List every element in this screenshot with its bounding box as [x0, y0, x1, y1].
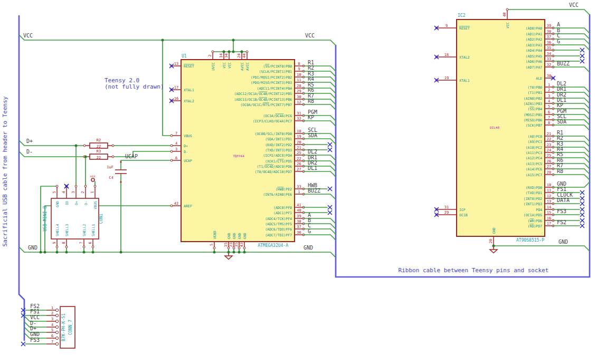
net-label[interactable]: GND: [30, 331, 40, 337]
usb-connector-value[interactable]: USB-MINI-B: [43, 206, 48, 231]
pin-name: RESET: [459, 26, 470, 31]
net-label[interactable]: R8: [557, 168, 563, 174]
note-text[interactable]: (not fully drawn): [105, 83, 164, 90]
net-label[interactable]: D+: [30, 325, 36, 331]
net-label[interactable]: BUZZ: [557, 61, 570, 66]
net-label[interactable]: SDA: [308, 132, 317, 138]
resistor-reference[interactable]: R3: [97, 149, 101, 154]
note-text[interactable]: Ribbon cable between Teensy pins and soc…: [399, 267, 549, 274]
net-label[interactable]: C: [557, 33, 560, 39]
net-label[interactable]: FS3: [30, 337, 40, 343]
net-label[interactable]: VCC: [23, 33, 33, 39]
pin-number: 38: [547, 30, 551, 34]
pin-end: [170, 205, 173, 207]
net-label[interactable]: FS2: [557, 219, 566, 225]
net-label[interactable]: D-: [26, 149, 33, 155]
net-label[interactable]: D+: [26, 138, 33, 144]
net-label[interactable]: VCC: [305, 33, 315, 39]
net-wire[interactable]: [553, 175, 590, 180]
ic-u1-reference[interactable]: U1: [182, 54, 187, 59]
pin-end: [83, 246, 85, 248]
net-label[interactable]: DL1: [308, 165, 317, 171]
net-label[interactable]: KP: [308, 114, 314, 120]
net-label[interactable]: VCC: [30, 314, 40, 320]
net-wire[interactable]: [304, 121, 336, 126]
pin-number: 15: [224, 243, 228, 247]
net-label[interactable]: R4: [308, 76, 314, 82]
net-label[interactable]: G: [308, 228, 311, 234]
net-label[interactable]: GND: [28, 245, 37, 251]
ic-ic2-footprint[interactable]: DIL40: [490, 126, 499, 129]
pin-name: UVCC: [211, 62, 215, 71]
pin-number: 37: [547, 35, 551, 39]
pin-number: 2: [208, 54, 212, 56]
header-connector-value[interactable]: B7K-PH-K-S1: [61, 313, 66, 341]
net-label[interactable]: R2: [308, 65, 314, 71]
no-connect-icon: [580, 218, 584, 223]
pin-name: (T1)PB1: [528, 91, 542, 95]
wire[interactable]: [113, 151, 172, 157]
pin-number: 5: [51, 328, 53, 332]
net-label[interactable]: C: [308, 223, 311, 228]
wire[interactable]: [494, 246, 590, 251]
net-label[interactable]: A: [557, 22, 560, 27]
usb-connector-reference[interactable]: CON1: [99, 214, 103, 224]
net-wire[interactable]: [304, 235, 336, 240]
no-connect-icon: [580, 213, 584, 217]
ic-u1-value[interactable]: ATMEGA32U4-A: [258, 243, 288, 248]
net-label[interactable]: GND: [558, 239, 568, 245]
pin-number: 25: [547, 154, 551, 158]
resistor-reference[interactable]: R2: [97, 138, 101, 142]
net-wire[interactable]: [304, 171, 336, 177]
pin-number: 2: [81, 191, 85, 193]
bus-line[interactable]: [19, 16, 24, 340]
note-text[interactable]: Sacrificial USB cable from header to Tee…: [2, 96, 8, 246]
net-label[interactable]: FS1: [557, 186, 566, 192]
net-label[interactable]: DR1: [557, 86, 566, 92]
net-label[interactable]: R5: [557, 151, 563, 157]
net-label[interactable]: SDA: [557, 119, 566, 124]
wire[interactable]: [19, 35, 336, 45]
capacitor-value[interactable]: 1uF: [107, 165, 113, 169]
net-label[interactable]: R2: [557, 135, 563, 141]
pin-name: (ICP3/CLKO/OC4A)PC7: [253, 119, 292, 123]
pin-number: 12: [297, 100, 301, 104]
net-label[interactable]: VCC: [569, 2, 579, 8]
capacitor-reference[interactable]: C4: [109, 176, 113, 180]
resistor-value[interactable]: 22: [97, 145, 101, 149]
vcc-power-icon: [91, 178, 94, 181]
pin-name: (AD4)PA4: [526, 49, 542, 53]
net-wire[interactable]: [553, 45, 590, 50]
pin-number: 6: [88, 242, 92, 244]
net-label[interactable]: FS1: [30, 309, 40, 314]
pin-end: [112, 156, 114, 158]
net-label[interactable]: R6: [308, 87, 314, 93]
pin-name: (OC0A/OC1C/RTS/PCINT7)PB7: [240, 103, 292, 107]
pin-name: (ADC11/PCINT4)PB4: [257, 87, 292, 91]
pin-number: 27: [547, 165, 551, 169]
net-label[interactable]: KP: [557, 102, 563, 108]
ic-u1-footprint[interactable]: TQFP44: [233, 154, 244, 158]
pin-name: SHELL1: [91, 224, 96, 236]
net-label[interactable]: G: [557, 39, 560, 44]
wire[interactable]: [507, 9, 590, 15]
resistor-value[interactable]: 22: [97, 156, 101, 160]
net-wire[interactable]: [553, 67, 590, 72]
net-label[interactable]: DL2: [308, 149, 317, 155]
junction-dot: [92, 251, 94, 254]
pin-number: 3: [175, 147, 177, 151]
pin-name: (T1/OC4D/ADC9)PD6: [257, 165, 292, 169]
net-label[interactable]: R8: [308, 98, 314, 104]
net-label[interactable]: FS3: [557, 208, 566, 214]
net-label[interactable]: UCAP: [125, 154, 138, 159]
wire[interactable]: [121, 160, 172, 170]
net-label[interactable]: DATA: [557, 197, 570, 203]
net-label[interactable]: R7: [557, 162, 563, 168]
header-connector-reference[interactable]: CONN_7: [68, 320, 73, 335]
net-wire[interactable]: [304, 194, 336, 199]
ic-ic2-value[interactable]: AT90S8515-P: [516, 238, 544, 243]
net-label[interactable]: GND: [304, 245, 313, 251]
pin-number: 28: [547, 170, 551, 175]
net-label[interactable]: BUZZ: [308, 188, 320, 194]
ic-ic2-reference[interactable]: IC2: [458, 13, 466, 18]
